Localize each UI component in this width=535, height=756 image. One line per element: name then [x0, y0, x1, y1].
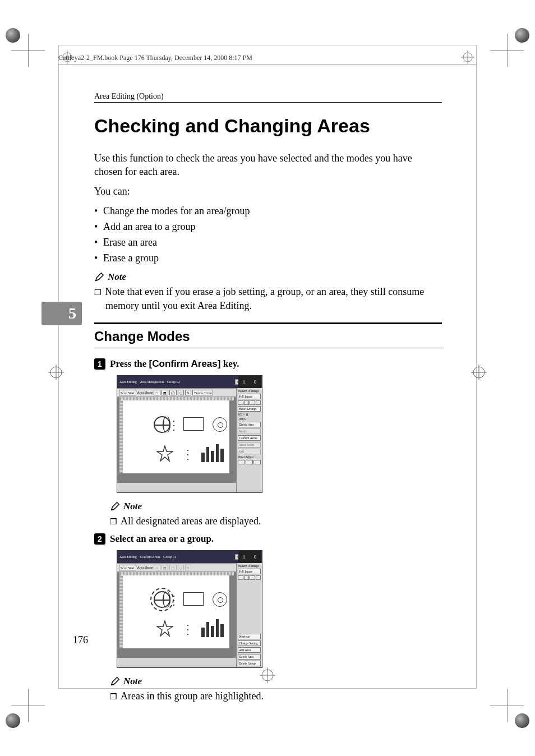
zoom-label: 100%	[238, 417, 261, 421]
pencil-icon	[94, 272, 104, 282]
full-image-button[interactable]: Full Image	[238, 569, 261, 574]
running-head: Area Editing (Option)	[94, 92, 442, 101]
pixel-adjust-label: Pixel Adjust	[238, 455, 261, 459]
crop-mark	[490, 34, 524, 67]
note-text: Note that even if you erase a job settin…	[94, 285, 442, 312]
chapter-number: 5	[68, 305, 76, 322]
screen-title: Area Editing	[119, 380, 137, 384]
frame-line-button[interactable]: Frame / Line	[192, 390, 213, 395]
zoom-mode-button[interactable]	[250, 400, 255, 405]
note-text: Areas in this group are highlighted.	[110, 689, 442, 703]
zoom-mode-button[interactable]	[244, 575, 250, 580]
divide-area-button[interactable]: Divide Area	[238, 422, 261, 427]
shape-rightangle-button[interactable]: ⬒	[162, 390, 168, 395]
book-header: Cattleya2-2_FM.book Page 176 Thursday, D…	[58, 54, 252, 62]
rectangle-shape	[183, 417, 204, 431]
shape-rect-button[interactable]: ▭	[154, 390, 160, 395]
screen-subtitle: Confirm Areas	[140, 555, 160, 559]
registration-mark	[48, 365, 64, 380]
note-heading: Note	[110, 676, 442, 687]
shape-pen-button[interactable]: ✎	[185, 390, 191, 395]
screen-sidebar: Pattern of Image Full Image Previous Cha…	[236, 563, 262, 667]
arrow-left-button[interactable]	[238, 460, 245, 464]
dot-decoration	[173, 421, 176, 431]
dot-decoration	[187, 450, 190, 460]
zoom-mode-button[interactable]	[256, 575, 261, 580]
delete-group-button[interactable]: Delete Group	[238, 661, 261, 666]
section-rule	[94, 322, 442, 324]
star-icon	[156, 620, 173, 637]
screen-subtitle: Area Designation	[140, 380, 164, 384]
shape-closed-button[interactable]: ⬠	[178, 390, 184, 395]
zoom-mode-button[interactable]	[238, 400, 243, 405]
dot-decoration	[187, 625, 190, 635]
area-shape-label: Area Shape	[137, 566, 153, 569]
paper-size-label: 8½ × 11	[238, 413, 261, 416]
shape-rightangle-button: ⬒	[162, 565, 168, 570]
add-area-button[interactable]: Add Area	[238, 647, 261, 653]
shape-rect-button: ▭	[154, 565, 160, 570]
list-item: Add an area to a group	[103, 219, 442, 235]
screenshot-confirm-areas: Area Editing Confirm Areas Group 01 Canc…	[117, 550, 262, 668]
section-rule-thin	[94, 348, 442, 348]
screen-bottombar	[117, 482, 236, 492]
preview-canvas[interactable]	[123, 575, 229, 648]
zoom-mode-button[interactable]	[250, 575, 255, 580]
zoom-button-row	[238, 400, 261, 405]
bar-chart-icon	[201, 443, 224, 462]
header-rule	[58, 64, 477, 64]
preview-canvas[interactable]	[123, 400, 229, 473]
change-setting-button[interactable]: Change Setting	[238, 640, 261, 646]
rectangle-shape	[183, 592, 204, 606]
crop-mark	[490, 689, 524, 722]
step-2: 2 Select an area or a group.	[94, 533, 442, 545]
shape-poly-button[interactable]: ◯	[169, 390, 177, 395]
note-heading: Note	[94, 271, 442, 283]
shape-closed-button: ⬠	[178, 565, 184, 570]
screen-title: Area Editing	[119, 555, 137, 559]
step-instruction: Press the [Confirm Areas] key.	[110, 358, 239, 370]
crop-mark	[11, 34, 45, 67]
intro-paragraph: Use this function to check the areas you…	[94, 151, 442, 179]
shape-poly-button: ◯	[169, 565, 177, 570]
circle-shape	[213, 592, 227, 607]
pattern-of-image-label: Pattern of Image	[238, 564, 261, 568]
screen-sidebar: Pattern of Image Full Image Basic Settin…	[236, 388, 262, 492]
registration-mark	[471, 365, 487, 380]
section-title: Change Modes	[94, 329, 442, 344]
star-icon	[156, 445, 173, 462]
pencil-icon	[110, 501, 120, 511]
screenshot-area-designation: Area Editing Area Designation Group 02 C…	[117, 375, 262, 493]
zoom-mode-button[interactable]	[256, 400, 261, 405]
screen-bottombar	[117, 657, 236, 667]
previous-button[interactable]: Previous	[238, 634, 261, 639]
arrow-right-button[interactable]	[253, 460, 261, 464]
step-number-badge: 2	[94, 533, 105, 545]
step-instruction: Select an area or a group.	[110, 533, 214, 545]
crop-mark	[11, 689, 45, 722]
delete-area-button[interactable]: Delete Area	[238, 654, 261, 660]
running-head-rule	[94, 102, 442, 103]
arrow-up-button[interactable]	[246, 460, 253, 464]
circle-shape	[213, 417, 227, 432]
pixel-adjust-row	[238, 460, 261, 464]
intro-you-can: You can:	[94, 185, 442, 198]
qty-counter: 10	[238, 551, 261, 563]
basic-settings-button[interactable]: Basic Settings	[238, 406, 261, 412]
page-number: 176	[73, 634, 88, 646]
bar-chart-icon	[201, 618, 224, 637]
zoom-button-row	[238, 575, 261, 580]
full-image-button[interactable]: Full Image	[238, 394, 261, 399]
globe-icon	[154, 416, 170, 433]
list-item: Erase a group	[103, 251, 442, 266]
note-text: All designated areas are displayed.	[110, 514, 442, 528]
registration-mark	[460, 49, 476, 65]
dot-decoration	[173, 596, 176, 606]
svg-marker-15	[157, 446, 173, 461]
zoom-mode-button[interactable]	[238, 575, 243, 580]
qty-counter: 10	[238, 376, 261, 388]
zoom-mode-button[interactable]	[244, 400, 250, 405]
scan-start-button[interactable]: Scan Start	[119, 565, 136, 570]
confirm-areas-button[interactable]: Confirm Areas	[238, 435, 261, 441]
scan-start-button[interactable]: Scan Start	[119, 390, 136, 395]
